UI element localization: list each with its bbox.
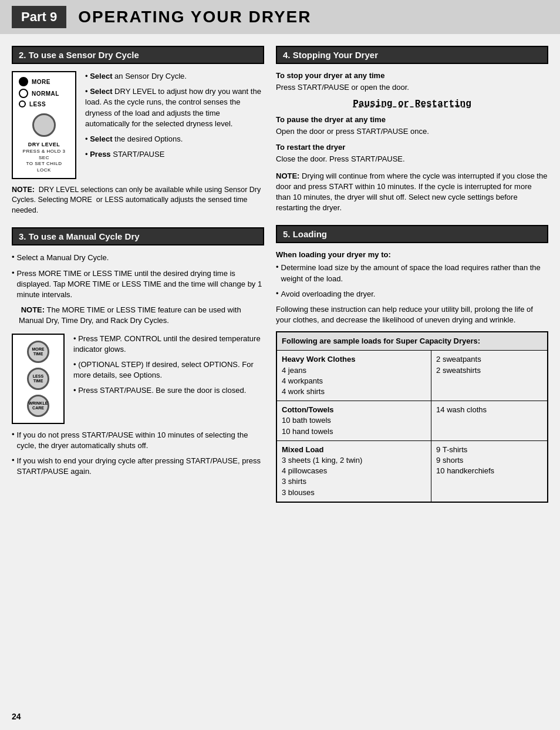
manual-bullet-2-text: Press MORE TIME or LESS TIME until the d… [17, 268, 264, 301]
heavy-col2: 2 sweatpants2 sweatshirts [431, 351, 548, 401]
table-row-cotton: Cotton/Towels 10 bath towels10 hand towe… [276, 401, 548, 441]
main-content: 2. To use a Sensor Dry Cycle MORE NORMAL [0, 46, 560, 514]
less-indicator [19, 100, 26, 107]
loading-bullets: • Determine load size by the amount of s… [276, 263, 548, 300]
left-column: 2. To use a Sensor Dry Cycle MORE NORMAL [12, 46, 264, 503]
pausing-title: Pausing or Restarting [276, 99, 548, 109]
manual-inner: MORETIME LESSTIME WRINKLECARE Press TEMP… [12, 334, 264, 424]
mixed-col1: Mixed Load 3 sheets (1 king, 2 twin)4 pi… [276, 440, 431, 502]
restart-text: Close the door. Press START/PAUSE. [276, 154, 548, 164]
loading-bullet-2: • Avoid overloading the dryer. [276, 289, 548, 300]
normal-label: NORMAL [32, 90, 59, 97]
cotton-category: Cotton/Towels [282, 405, 334, 414]
heavy-col1-items: 4 jeans4 workpants4 work shirts [282, 366, 325, 396]
manual-diagram-bullet-2: (OPTIONAL STEP) If desired, select OPTIO… [73, 359, 264, 381]
wrinkle-care-btn: WRINKLECARE [27, 395, 49, 417]
loading-bullet-1-text: Determine load size by the amount of spa… [281, 263, 548, 284]
dry-level-label: DRY LEVELPRESS & HOLD 3 SECTO SET CHILD … [19, 142, 69, 173]
sensor-bullet-3: Select the desired Options. [85, 134, 264, 144]
manual-bullet-2: • Press MORE TIME or LESS TIME until the… [12, 268, 264, 301]
manual-bullets-right: Press TEMP. CONTROL until the desired te… [73, 334, 264, 424]
section-3-heading: 3. To use a Manual Cycle Dry [12, 227, 264, 245]
loading-when-heading: When loading your dryer my to: [276, 250, 548, 259]
section-5-loading: 5. Loading When loading your dryer my to… [276, 225, 548, 502]
stop-subheading: To stop your dryer at any time [276, 71, 548, 80]
sensor-note: NOTE: DRY LEVEL selections can only be a… [12, 185, 264, 216]
mixed-col1-items: 3 sheets (1 king, 2 twin)4 pillowcases3 … [282, 456, 362, 497]
manual-diagram-bullet-list: Press TEMP. CONTROL until the desired te… [73, 334, 264, 396]
less-time-btn: LESSTIME [27, 368, 49, 390]
mixed-col2-items: 9 T-shirts9 shorts10 handkerchiefs [436, 445, 494, 475]
normal-row: NORMAL [19, 89, 59, 98]
less-label: LESS [29, 101, 46, 107]
sensor-bullet-1: Select an Sensor Dry Cycle. [85, 71, 264, 82]
cotton-col2: 14 wash cloths [431, 401, 548, 441]
table-header-row: Following are sample loads for Super Cap… [276, 332, 548, 351]
right-column: 4. Stopping Your Dryer To stop your drye… [276, 46, 548, 503]
page-header: Part 9 OPERATING YOUR DRYER [0, 0, 560, 34]
loading-following-text: Following these instruction can help red… [276, 304, 548, 325]
part-badge: Part 9 [12, 6, 66, 28]
sample-loads-table: Following are sample loads for Super Cap… [276, 331, 548, 502]
section-3-manual-dry: 3. To use a Manual Cycle Dry • Select a … [12, 227, 264, 477]
heavy-col2-items: 2 sweatpants2 sweatshirts [436, 355, 481, 374]
restart-subheading: To restart the dryer [276, 143, 548, 152]
mixed-category: Mixed Load [282, 445, 324, 454]
section-2-sensor-dry: 2. To use a Sensor Dry Cycle MORE NORMAL [12, 46, 264, 216]
less-row: LESS [19, 100, 46, 107]
section-4-stopping: 4. Stopping Your Dryer To stop your drye… [276, 46, 548, 213]
manual-note-inline: NOTE: The MORE TIME or LESS TIME feature… [19, 305, 264, 326]
cotton-col1-items: 10 bath towels10 hand towels [282, 416, 333, 435]
more-row: MORE [19, 77, 50, 86]
table-row-heavy: Heavy Work Clothes 4 jeans4 workpants4 w… [276, 351, 548, 401]
bullet-icon-3: • [12, 430, 15, 451]
sensor-bullet-list: Select an Sensor Dry Cycle. Select DRY L… [85, 71, 264, 160]
more-label: MORE [32, 79, 50, 85]
sensor-bullet-4: Press START/PAUSE [85, 149, 264, 160]
mixed-col2: 9 T-shirts9 shorts10 handkerchiefs [431, 440, 548, 502]
table-header-cell: Following are sample loads for Super Cap… [276, 332, 548, 351]
manual-bullets-top: • Select a Manual Dry Cycle. • Press MOR… [12, 253, 264, 326]
sensor-bullets: Select an Sensor Dry Cycle. Select DRY L… [85, 71, 264, 179]
loading-bullet-icon-2: • [276, 289, 279, 300]
cotton-col2-items: 14 wash cloths [436, 405, 487, 414]
manual-bullet-3: • If you do not press START/PAUSE within… [12, 430, 264, 451]
manual-bullet-1-text: Select a Manual Dry Cycle. [17, 253, 264, 263]
bullet-icon-4: • [12, 456, 15, 477]
manual-diagram: MORETIME LESSTIME WRINKLECARE [12, 334, 65, 424]
section-5-heading: 5. Loading [276, 225, 548, 243]
loading-bullet-1: • Determine load size by the amount of s… [276, 263, 548, 284]
more-time-btn: MORETIME [27, 341, 49, 363]
heavy-col1: Heavy Work Clothes 4 jeans4 workpants4 w… [276, 351, 431, 401]
table-row-mixed: Mixed Load 3 sheets (1 king, 2 twin)4 pi… [276, 440, 548, 502]
pause-text: Open the door or press START/PAUSE once. [276, 126, 548, 137]
stop-text: Press START/PAUSE or open the door. [276, 82, 548, 93]
section-2-heading: 2. To use a Sensor Dry Cycle [12, 46, 264, 64]
pause-subheading: To pause the dryer at any time [276, 115, 548, 124]
bullet-icon-2: • [12, 268, 15, 301]
manual-bullet-1: • Select a Manual Dry Cycle. [12, 253, 264, 263]
loading-bullet-2-text: Avoid overloading the dryer. [281, 289, 548, 300]
sensor-inner: MORE NORMAL LESS DRY LEVELPRESS & HOLD 3… [12, 71, 264, 179]
loading-bullet-icon-1: • [276, 263, 279, 284]
manual-bullet-3-text: If you do not press START/PAUSE within 1… [17, 430, 264, 451]
manual-bullets-bottom: • If you do not press START/PAUSE within… [12, 430, 264, 477]
heavy-category: Heavy Work Clothes [282, 355, 355, 364]
page: Part 9 OPERATING YOUR DRYER 2. To use a … [0, 0, 560, 730]
normal-indicator [19, 89, 28, 98]
bullet-icon-1: • [12, 253, 15, 263]
cotton-col1: Cotton/Towels 10 bath towels10 hand towe… [276, 401, 431, 441]
more-indicator [19, 77, 28, 86]
page-title: OPERATING YOUR DRYER [78, 8, 311, 26]
page-number: 24 [12, 712, 21, 721]
dry-level-diagram: MORE NORMAL LESS DRY LEVELPRESS & HOLD 3… [12, 71, 76, 179]
sensor-bullet-2: Select DRY LEVEL to adjust how dry you w… [85, 86, 264, 129]
manual-bullet-4-text: If you wish to end your drying cycle aft… [17, 456, 264, 477]
section-4-heading: 4. Stopping Your Dryer [276, 46, 548, 64]
stopping-note: NOTE: Drying will continue from where th… [276, 171, 548, 214]
manual-diagram-bullet-3: Press START/PAUSE. Be sure the door is c… [73, 385, 264, 396]
manual-bullet-4: • If you wish to end your drying cycle a… [12, 456, 264, 477]
manual-diagram-bullet-1: Press TEMP. CONTROL until the desired te… [73, 334, 264, 355]
dry-level-knob [32, 113, 56, 137]
